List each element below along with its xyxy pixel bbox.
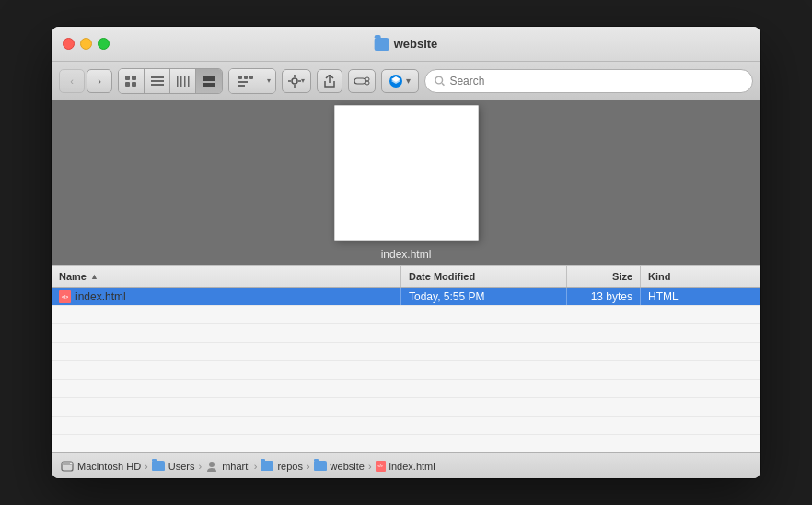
breadcrumb-sep-3: ›	[254, 461, 258, 472]
path-view-button[interactable]	[229, 69, 262, 93]
title-folder-icon	[375, 38, 389, 51]
user-folder-icon	[205, 460, 218, 473]
breadcrumb-sep-5: ›	[368, 461, 372, 472]
svg-rect-13	[238, 76, 242, 79]
svg-rect-4	[151, 76, 164, 78]
empty-row	[52, 324, 760, 343]
file-thumbnail	[334, 105, 479, 241]
column-name-header[interactable]: Name ▲	[52, 266, 401, 287]
gear-icon	[288, 75, 301, 88]
table-row[interactable]: </> index.html Today, 5:55 PM 13 bytes H…	[52, 288, 760, 306]
window-title-area: website	[375, 37, 438, 51]
svg-rect-17	[238, 85, 245, 87]
path-view-group: ▾	[228, 68, 276, 94]
svg-rect-0	[125, 76, 130, 80]
empty-row	[52, 398, 760, 417]
title-bar: website	[52, 27, 760, 62]
breadcrumb-website[interactable]: website	[314, 461, 365, 472]
svg-rect-15	[249, 76, 253, 79]
path-dropdown-button[interactable]: ▾	[262, 69, 275, 93]
empty-row	[52, 306, 760, 324]
svg-rect-12	[203, 83, 215, 87]
icon-view-button[interactable]	[119, 69, 145, 93]
svg-rect-7	[177, 76, 179, 87]
svg-rect-9	[184, 76, 186, 87]
tag-button[interactable]	[348, 69, 376, 93]
column-size-header[interactable]: Size	[567, 266, 641, 287]
breadcrumb-mhartl[interactable]: mhartl	[205, 460, 250, 473]
preview-filename: index.html	[381, 248, 432, 261]
minimize-button[interactable]	[80, 38, 92, 50]
column-view-button[interactable]	[170, 69, 196, 93]
svg-rect-2	[125, 82, 130, 87]
empty-row	[52, 343, 760, 361]
svg-rect-8	[180, 76, 182, 87]
file-size-cell: 13 bytes	[567, 288, 641, 305]
breadcrumb-users[interactable]: Users	[152, 461, 195, 472]
content-area: index.html Name ▲ Date Modified Size Kin…	[52, 100, 760, 452]
action-button[interactable]: ▾	[282, 69, 311, 93]
nav-button-group: ‹ ›	[59, 69, 112, 93]
column-date-header[interactable]: Date Modified	[401, 266, 567, 287]
file-name-cell: </> index.html	[52, 288, 401, 305]
svg-point-18	[292, 78, 297, 84]
empty-row	[52, 361, 760, 380]
finder-window: website ‹ ›	[52, 27, 760, 478]
column-view-icon	[177, 76, 190, 87]
traffic-lights	[63, 38, 110, 50]
html-file-icon-breadcrumb: </>	[376, 461, 386, 472]
maximize-button[interactable]	[98, 38, 110, 50]
column-kind-header[interactable]: Kind	[641, 266, 760, 287]
svg-rect-3	[132, 82, 136, 87]
svg-rect-23	[354, 78, 365, 84]
svg-point-33	[209, 462, 215, 467]
file-kind-cell: HTML	[641, 288, 760, 305]
back-button[interactable]: ‹	[59, 69, 85, 93]
search-icon	[435, 76, 445, 87]
dropbox-icon	[389, 75, 402, 88]
folder-icon-website	[314, 461, 327, 471]
svg-rect-1	[132, 76, 136, 80]
search-input[interactable]	[449, 75, 743, 88]
svg-point-25	[365, 81, 369, 85]
breadcrumb-sep-1: ›	[145, 461, 148, 472]
list-view-icon	[151, 76, 164, 87]
breadcrumb-sep-4: ›	[307, 461, 310, 472]
status-bar: Macintosh HD › Users › mhartl › repos › …	[52, 452, 760, 478]
share-button[interactable]	[317, 69, 342, 93]
svg-rect-16	[238, 81, 248, 83]
file-preview: index.html	[334, 105, 479, 261]
folder-icon-users	[152, 461, 165, 471]
window-title: website	[394, 37, 438, 51]
sort-arrow-icon: ▲	[90, 272, 99, 281]
svg-point-28	[435, 76, 443, 84]
breadcrumb-index-html[interactable]: </> index.html	[376, 461, 435, 472]
search-box[interactable]	[424, 69, 753, 93]
file-list: </> index.html Today, 5:55 PM 13 bytes H…	[52, 288, 760, 452]
list-view-button[interactable]	[145, 69, 170, 93]
svg-rect-10	[188, 76, 190, 87]
svg-rect-5	[151, 80, 164, 82]
toolbar: ‹ ›	[52, 62, 760, 100]
svg-point-32	[70, 463, 72, 464]
svg-line-29	[442, 83, 444, 85]
file-date-cell: Today, 5:55 PM	[401, 288, 567, 305]
folder-icon-repos	[261, 461, 273, 471]
view-mode-group	[118, 68, 223, 94]
forward-button[interactable]: ›	[87, 69, 112, 93]
breadcrumb-macintosh-hd[interactable]: Macintosh HD	[61, 460, 141, 473]
share-icon	[324, 75, 335, 88]
svg-point-24	[365, 77, 369, 81]
empty-row	[52, 380, 760, 398]
dropbox-button[interactable]: ▾	[381, 69, 419, 93]
svg-rect-6	[151, 84, 164, 86]
tag-icon	[354, 76, 370, 87]
cover-flow-button[interactable]	[196, 69, 222, 93]
svg-rect-14	[244, 76, 248, 79]
column-header: Name ▲ Date Modified Size Kind	[52, 265, 760, 288]
html-file-icon: </>	[59, 290, 71, 303]
breadcrumb-repos[interactable]: repos	[261, 461, 303, 472]
close-button[interactable]	[63, 38, 75, 50]
icon-view-icon	[125, 76, 138, 87]
empty-row	[52, 435, 760, 452]
